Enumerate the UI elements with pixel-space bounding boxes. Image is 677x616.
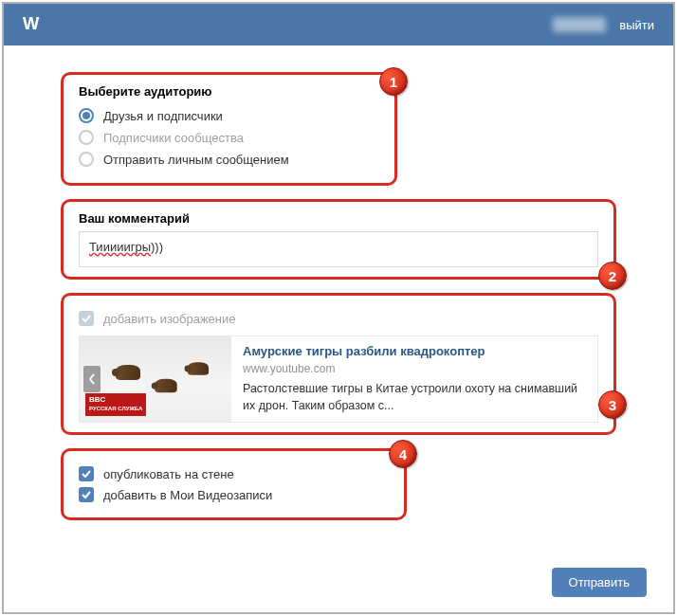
comment-input[interactable]: Тииииигры)))	[79, 231, 598, 267]
add-image-checkbox-row: добавить изображение	[79, 311, 598, 326]
svg-text:W: W	[23, 13, 40, 33]
checkbox-checked-icon	[79, 466, 94, 481]
radio-send-private[interactable]: Отправить личным сообщением	[79, 152, 379, 167]
comment-label: Ваш комментарий	[79, 211, 598, 226]
publish-wall-checkbox-row[interactable]: опубликовать на стене	[79, 466, 389, 481]
preview-domain: www.youtube.com	[243, 362, 586, 375]
preview-title: Амурские тигры разбили квадрокоптер	[243, 344, 586, 358]
send-button[interactable]: Отправить	[552, 568, 647, 597]
checkbox-checked-icon	[79, 311, 94, 326]
add-my-videos-label: добавить в Мои Видеозаписи	[103, 488, 272, 502]
audience-title: Выберите аудиторию	[79, 84, 379, 99]
bbc-badge: BBCРУССКАЯ СЛУЖБА	[85, 393, 146, 416]
annotation-badge-2: 2	[598, 262, 627, 290]
radio-icon	[79, 130, 94, 145]
add-image-label: добавить изображение	[103, 312, 236, 326]
radio-icon	[79, 108, 94, 123]
logout-link[interactable]: выйти	[619, 18, 654, 32]
prev-image-arrow[interactable]	[83, 366, 101, 392]
publish-options-section: 4 опубликовать на стене добавить в Мои В…	[61, 448, 407, 520]
attachment-section: 3 добавить изображение	[61, 293, 616, 435]
link-preview[interactable]: BBCРУССКАЯ СЛУЖБА Амурские тигры разбили…	[79, 335, 598, 423]
add-my-videos-checkbox-row[interactable]: добавить в Мои Видеозаписи	[79, 487, 389, 502]
preview-thumbnail: BBCРУССКАЯ СЛУЖБА	[80, 336, 231, 422]
annotation-badge-3: 3	[598, 390, 627, 419]
radio-label: Друзья и подписчики	[103, 109, 223, 123]
audience-section: 1 Выберите аудиторию Друзья и подписчики…	[61, 72, 397, 186]
radio-friends-subscribers[interactable]: Друзья и подписчики	[79, 108, 379, 123]
radio-label: Отправить личным сообщением	[103, 153, 289, 167]
radio-icon	[79, 152, 94, 167]
publish-wall-label: опубликовать на стене	[103, 467, 234, 481]
user-name-blurred	[553, 17, 606, 32]
preview-description: Растолстевшие тигры в Китае устроили охо…	[243, 381, 586, 414]
radio-label: Подписчики сообщества	[103, 131, 244, 145]
annotation-badge-1: 1	[379, 67, 408, 96]
comment-section: 2 Ваш комментарий Тииииигры)))	[61, 199, 616, 280]
checkbox-checked-icon	[79, 487, 94, 502]
radio-community-subscribers: Подписчики сообщества	[79, 130, 379, 145]
app-header: W выйти	[4, 4, 673, 45]
vk-logo[interactable]: W	[23, 10, 51, 39]
annotation-badge-4: 4	[389, 440, 417, 468]
